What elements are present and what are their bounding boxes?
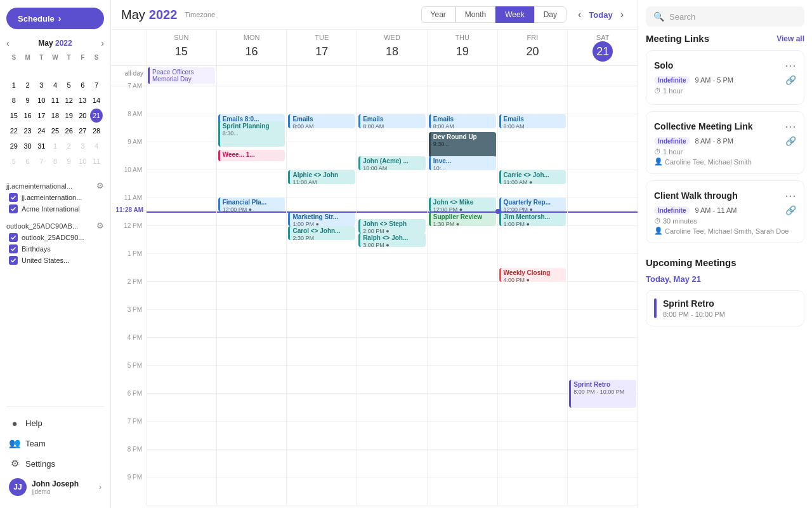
day-header-mon[interactable]: MON 16 [216,30,287,65]
mini-cal-prev-button[interactable]: ‹ [6,38,10,48]
cal-item-us[interactable]: United States... [6,255,104,266]
help-icon: ● [9,418,20,429]
event-time: 11:00 AM ● [504,179,564,184]
cal-item-birthdays[interactable]: Birthdays [6,243,104,255]
cal-check-jj [9,193,18,202]
day-num-wed[interactable]: 18 [382,41,402,62]
mlc-menu-collective[interactable]: ⋯ [785,119,796,133]
link-icon-solo[interactable]: 🔗 [785,75,796,85]
day-header-tue[interactable]: TUE 17 [286,30,357,65]
allday-cell-sun[interactable]: Peace Officers Memorial Day [146,66,216,86]
day-header-wed[interactable]: WED 18 [357,30,427,65]
day-col-sun[interactable] [146,86,216,505]
mlc-meta-solo: Indefinite 9 AM - 5 PM 🔗 [654,75,796,85]
help-nav-item[interactable]: ● Help [6,413,104,433]
search-input[interactable] [669,12,797,22]
calendar-event[interactable]: Emails8:00 AM [429,114,496,128]
allday-cell-sat[interactable] [567,66,638,86]
day-header-fri[interactable]: FRI 20 [497,30,568,65]
account-header-1: jj.acmeinternational... ⚙ [6,180,104,192]
link-icon-client[interactable]: 🔗 [785,205,796,215]
allday-cell-fri[interactable] [497,66,568,86]
settings-nav-item[interactable]: ⚙ Settings [6,453,104,474]
user-row[interactable]: JJ John Joseph jjdemo › [6,474,104,500]
mlc-menu-solo[interactable]: ⋯ [785,58,796,72]
event-time: 9:30... [433,141,494,147]
calendar-event[interactable]: Weekly Closing4:00 PM ● [499,268,566,282]
allday-cell-mon[interactable] [216,66,287,86]
next-button[interactable]: › [617,7,627,22]
calendar-event[interactable]: Financial Pla...12:00 PM ● [218,197,285,211]
allday-cell-thu[interactable] [427,66,497,86]
settings-icon: ⚙ [9,458,20,469]
time-label: 9 AM [128,138,142,145]
day-col-tue[interactable]: Emails8:00 AMAlphie <> John11:00 AMMarke… [286,86,357,505]
gear-icon-1[interactable]: ⚙ [96,181,104,190]
cal-item-jj[interactable]: jj.acmeinternation... [6,192,104,203]
calendar-event[interactable]: Sprint Planning8:30... [218,121,285,147]
cal-item-outlook[interactable]: outlook_25ADC90... [6,232,104,243]
calendar-event[interactable]: Carol <> John...2:30 PM [288,226,355,240]
allday-cell-wed[interactable] [357,66,427,86]
calendar-event[interactable]: Carrie <> Joh...11:00 AM ● [499,170,566,184]
timezone-button[interactable]: Timezone [185,11,215,18]
view-year-button[interactable]: Year [421,6,455,23]
clock-icon-solo: ⏱ [654,87,661,95]
day-num-thu[interactable]: 19 [452,41,473,62]
day-num-fri[interactable]: 20 [522,41,542,62]
calendar-event[interactable]: Alphie <> John11:00 AM [288,170,355,184]
link-icon-collective[interactable]: 🔗 [785,136,796,146]
event-time: 1:00 PM ● [292,221,353,226]
calendar-event[interactable]: John <> Mike12:00 PM ● [429,197,496,211]
calendar-event[interactable]: Inve...10:... [429,156,496,170]
calendar-event[interactable]: Weee... 1... [218,150,285,161]
view-day-button[interactable]: Day [534,6,566,23]
time-label: 7 PM [128,418,142,425]
day-col-fri[interactable]: Emails8:00 AMCarrie <> Joh...11:00 AM ●Q… [497,86,568,505]
day-num-mon[interactable]: 16 [242,41,262,62]
calendar-event[interactable]: John <> Steph2:00 PM ● [358,219,426,233]
calendar-event[interactable]: Supplier Review1:30 PM ● [429,212,496,226]
day-num-sat[interactable]: 21 [593,41,613,62]
view-month-button[interactable]: Month [455,6,495,23]
view-all-button[interactable]: View all [776,34,804,43]
calendar-event[interactable]: John (Acme) ...10:00 AM [358,156,426,170]
schedule-button[interactable]: Schedule › [6,8,104,29]
calendar-event[interactable]: Emails8:00 AM [288,114,355,128]
calendar-event[interactable]: Sprint Retro8:00 PM - 10:00 PM [569,380,636,408]
day-header-sat[interactable]: SAT 21 [567,30,638,65]
cal-item-acme[interactable]: Acme International [6,203,104,215]
calendar-event[interactable]: Emails8:00 AM [499,114,566,128]
mini-cal-title: May 2022 [38,39,72,48]
calendar-event[interactable]: Ralph <> Joh...3:00 PM ● [358,233,426,247]
event-title: John (Acme) ... [363,157,423,165]
mlc-header-client: Client Walk through ⋯ [654,189,796,203]
upcoming-card-sprint[interactable]: Sprint Retro 8:00 PM - 10:00 PM [646,290,804,326]
mlc-duration-text-solo: 1 hour [663,87,683,95]
day-header-sun[interactable]: SUN 15 [146,30,216,65]
event-title: Alphie <> John [292,171,353,179]
day-col-mon[interactable]: Emails 8:0...8:00 AMSprint Planning8:30.… [216,86,287,505]
day-col-wed[interactable]: Emails8:00 AMJohn (Acme) ...10:00 AMJohn… [357,86,427,505]
allday-cell-tue[interactable] [286,66,357,86]
calendar-event[interactable]: Emails8:00 AM [358,114,426,128]
mini-cal-next-button[interactable]: › [101,38,104,48]
day-col-thu[interactable]: Emails8:00 AMDev Round Up9:30...Inve...1… [427,86,497,505]
calendar-event[interactable]: Marketing Str...1:00 PM ● [288,212,355,226]
now-line [357,211,427,213]
allday-event-peace[interactable]: Peace Officers Memorial Day [148,67,215,84]
day-num-tue[interactable]: 17 [311,41,332,62]
mlc-menu-client[interactable]: ⋯ [785,189,796,203]
event-time: 8:00 AM [504,123,564,128]
gear-icon-2[interactable]: ⚙ [96,221,104,231]
team-nav-item[interactable]: 👥 Team [6,433,104,453]
today-button[interactable]: Today [589,10,612,20]
calendar-event[interactable]: Dev Round Up9:30... [429,132,496,157]
view-week-button[interactable]: Week [495,6,534,23]
day-num-sun[interactable]: 15 [171,41,192,62]
day-header-thu[interactable]: THU 19 [427,30,497,65]
day-col-sat[interactable]: Sprint Retro8:00 PM - 10:00 PM [567,86,638,505]
prev-button[interactable]: ‹ [574,7,585,22]
calendar-event[interactable]: Jim Mentorsh...1:00 PM ● [499,212,566,226]
calendar-event[interactable]: Quarterly Rep...12:00 PM ● [499,197,566,211]
